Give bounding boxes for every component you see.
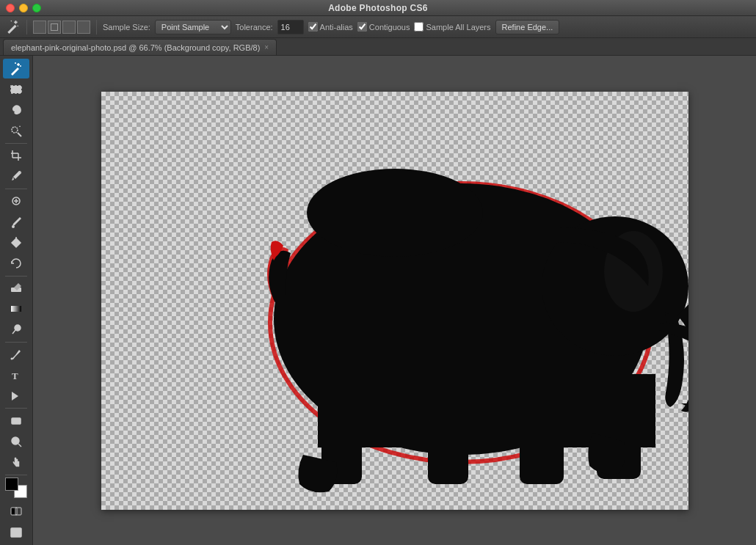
svg-line-3 [18,25,18,26]
gradient-tool[interactable] [3,299,29,319]
elephant-svg [101,95,688,506]
magic-wand-options-icon [4,19,21,35]
maximize-button[interactable] [32,4,41,12]
contiguous-label: Contiguous [369,23,410,32]
options-separator-2 [96,20,97,34]
svg-rect-27 [12,418,21,424]
minimize-button[interactable] [19,4,28,12]
hand-tool[interactable] [3,453,29,472]
color-swatches [5,478,27,501]
clone-stamp-tool[interactable] [3,233,29,252]
history-brush-tool[interactable] [3,253,29,273]
sample-size-select[interactable]: Point Sample 3 by 3 Average 5 by 5 Avera… [155,20,231,34]
options-separator-1 [26,20,27,34]
toolbar-sep-2 [5,189,27,189]
refine-edge-button[interactable]: Refine Edge... [495,20,560,34]
svg-rect-32 [11,508,17,515]
sample-all-layers-checkbox[interactable] [414,22,424,32]
eraser-tool[interactable] [3,278,29,298]
toolbar-sep-5 [5,408,27,409]
tab-bar: elephant-pink-original-photo.psd @ 66.7%… [0,38,756,56]
svg-rect-34 [11,528,21,537]
tolerance-label: Tolerance: [236,23,273,32]
zoom-tool[interactable] [3,432,29,452]
foreground-background-colors[interactable] [5,478,27,498]
svg-point-25 [11,358,13,360]
svg-line-2 [11,21,12,21]
svg-text:T: T [12,370,18,381]
screen-mode-button[interactable] [3,522,29,542]
anti-alias-group[interactable]: Anti-alias [308,22,353,32]
svg-point-23 [15,325,21,331]
svg-point-7 [15,62,16,64]
svg-rect-22 [11,306,21,312]
contiguous-group[interactable]: Contiguous [357,22,410,32]
document-tab-label: elephant-pink-original-photo.psd @ 66.7%… [11,43,260,52]
dodge-tool[interactable] [3,320,29,340]
sample-all-layers-group[interactable]: Sample All Layers [414,22,490,32]
svg-point-6 [20,65,21,67]
foreground-color-swatch[interactable] [5,478,18,491]
sample-size-icon-1[interactable] [33,21,46,34]
elephant-layer [101,92,688,510]
options-bar: Sample Size: Point Sample 3 by 3 Average… [0,16,756,38]
anti-alias-checkbox[interactable] [308,22,318,32]
close-button[interactable] [6,4,15,12]
quick-mask-button[interactable] [3,502,29,522]
toolbar-sep-3 [5,276,27,277]
main-area: T [0,56,756,545]
sample-size-icon-2[interactable] [48,21,61,34]
svg-point-44 [307,169,483,257]
sample-size-icon-4[interactable] [77,21,90,34]
svg-line-24 [12,330,15,334]
svg-rect-8 [11,86,21,93]
crop-tool[interactable] [3,146,29,166]
path-select-tool[interactable] [3,386,29,406]
toolbar-sep-6 [5,475,27,475]
anti-alias-label: Anti-alias [320,23,353,32]
sample-all-layers-label: Sample All Layers [426,23,490,32]
eyedropper-tool[interactable] [3,167,29,186]
canvas-area [33,56,756,545]
tolerance-input[interactable]: 16 [277,20,304,34]
traffic-lights[interactable] [6,4,41,12]
sample-size-icon-3[interactable] [62,21,76,34]
sample-size-label: Sample Size: [103,23,150,32]
shape-tool[interactable] [3,411,29,431]
quick-select-tool[interactable] [3,120,29,140]
lasso-tool[interactable] [3,100,29,120]
marquee-tool[interactable] [3,79,29,99]
document-tab[interactable]: elephant-pink-original-photo.psd @ 66.7%… [3,39,277,55]
magic-wand-tool[interactable] [3,59,29,78]
contiguous-checkbox[interactable] [357,22,367,32]
pen-tool[interactable] [3,345,29,365]
app-title: Adobe Photoshop CS6 [328,3,428,13]
brush-tool[interactable] [3,212,29,232]
toolbar-sep-4 [5,342,27,343]
svg-line-10 [18,133,21,136]
svg-line-29 [18,444,21,447]
title-bar: Adobe Photoshop CS6 [0,0,756,16]
svg-point-9 [12,127,18,133]
toolbar: T [0,56,33,545]
document-canvas[interactable] [101,92,688,510]
svg-point-19 [12,225,15,228]
toolbar-sep-1 [5,143,27,144]
healing-brush-tool[interactable] [3,191,29,211]
document-tab-close[interactable]: × [264,43,269,51]
type-tool[interactable]: T [3,365,29,385]
